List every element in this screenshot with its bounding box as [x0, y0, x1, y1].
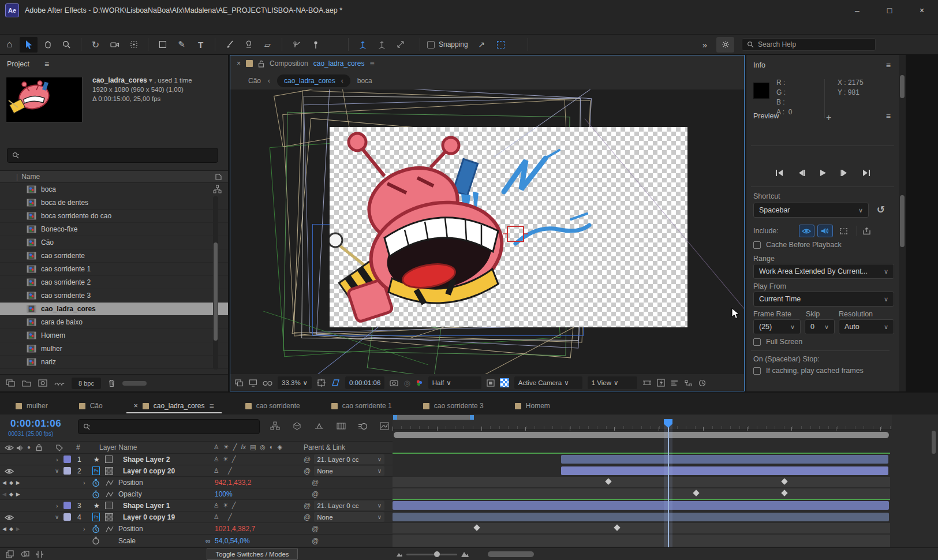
- collapse-icon[interactable]: ∨: [55, 514, 59, 520]
- layer-name[interactable]: Shape Layer 1: [123, 502, 170, 510]
- work-area-start-handle[interactable]: [393, 415, 397, 420]
- eye-column-icon[interactable]: [5, 445, 14, 451]
- trash-icon[interactable]: [108, 379, 115, 387]
- snap-arrow-icon[interactable]: ↗: [473, 37, 491, 53]
- graph-editor-icon[interactable]: [380, 422, 389, 430]
- shy-switch[interactable]: ♙: [214, 456, 219, 463]
- frame-blending-icon[interactable]: [337, 422, 346, 430]
- pickwhip-icon[interactable]: @: [312, 537, 319, 545]
- parent-dropdown[interactable]: 21. Layer 0 cc∨: [314, 454, 384, 464]
- next-keyframe-icon[interactable]: ▶: [16, 491, 20, 497]
- always-preview-icon[interactable]: [235, 379, 244, 387]
- collapse-switch[interactable]: ☀: [223, 502, 229, 509]
- timeline-horizontal-scrollbar[interactable]: [488, 551, 534, 557]
- layer-name-column-header[interactable]: Layer Name: [99, 443, 137, 451]
- share-frame-icon[interactable]: [862, 227, 871, 235]
- timeline-tab[interactable]: × Cão ≡: [63, 397, 118, 415]
- expand-icon[interactable]: ›: [56, 456, 58, 463]
- search-help-field[interactable]: Search Help: [742, 38, 876, 51]
- color-depth-icon[interactable]: [54, 380, 65, 387]
- shape-tool[interactable]: [154, 37, 171, 53]
- eye-icon[interactable]: [5, 468, 14, 475]
- property-track[interactable]: [393, 535, 890, 547]
- property-name[interactable]: Opacity: [118, 490, 142, 498]
- property-track[interactable]: [393, 488, 890, 499]
- name-column-header[interactable]: Name: [21, 173, 40, 181]
- shy-switch[interactable]: ♙: [214, 513, 219, 521]
- stopwatch-icon[interactable]: [92, 536, 100, 545]
- info-panel-menu-icon[interactable]: ≡: [886, 61, 891, 70]
- interpret-footage-icon[interactable]: [6, 379, 15, 387]
- world-axis-mode[interactable]: [373, 37, 391, 53]
- full-screen-checkbox[interactable]: [753, 338, 761, 346]
- pickwhip-icon[interactable]: @: [304, 456, 311, 464]
- 3d-renderer-icon[interactable]: [292, 421, 302, 431]
- parent-dropdown[interactable]: None∨: [314, 512, 384, 522]
- layer-bar[interactable]: [393, 513, 889, 521]
- hand-tool[interactable]: [39, 37, 57, 53]
- pen-tool[interactable]: ✎: [173, 37, 190, 53]
- project-list-item[interactable]: cara de baixo: [0, 316, 228, 329]
- if-caching-checkbox[interactable]: [753, 367, 761, 375]
- layer-name[interactable]: Layer 0 copy 19: [123, 513, 175, 521]
- zoom-in-mountain-icon[interactable]: [461, 550, 469, 558]
- property-track[interactable]: [393, 523, 890, 534]
- stopwatch-icon[interactable]: [92, 479, 100, 487]
- layer-row[interactable]: › 1 ★ Shape Layer 2 ♙☀╱ @ 21. Layer 0 cc…: [0, 454, 393, 465]
- motion-blur-column-icon[interactable]: ◎: [260, 443, 266, 451]
- clone-stamp-tool[interactable]: [240, 37, 257, 53]
- next-keyframe-icon[interactable]: ▶: [16, 526, 20, 532]
- composition-tab[interactable]: × Composition cao_ladra_cores ≡: [230, 55, 745, 72]
- previous-frame-button[interactable]: [797, 169, 805, 177]
- graph-toggle-icon[interactable]: [106, 526, 114, 532]
- transparency-grid-toggle[interactable]: [500, 378, 509, 387]
- roto-brush-tool[interactable]: [287, 37, 305, 53]
- project-list-item[interactable]: Boneco-fixe: [0, 223, 228, 236]
- channels-icon[interactable]: [416, 379, 423, 387]
- project-list-item[interactable]: cao_ladra_cores: [0, 303, 228, 316]
- project-scrollbar[interactable]: [213, 196, 218, 369]
- region-of-interest-icon[interactable]: [331, 379, 340, 387]
- project-list-item[interactable]: boca sorridente do cao: [0, 210, 228, 223]
- last-frame-button[interactable]: [862, 169, 870, 177]
- minimize-button[interactable]: –: [841, 0, 873, 20]
- layer-name[interactable]: Shape Layer 2: [123, 456, 170, 464]
- add-keyframe-icon[interactable]: ◆: [9, 480, 13, 486]
- work-area-end-handle[interactable]: [470, 415, 474, 420]
- property-value[interactable]: 1021,4,382,7: [215, 525, 255, 533]
- view-count-dropdown[interactable]: 1 View∨: [588, 376, 637, 389]
- prev-keyframe-icon[interactable]: ◀: [2, 480, 6, 486]
- show-snapshot-icon[interactable]: ◎: [403, 379, 410, 387]
- layer-row[interactable]: ∨ 2 Ps Layer 0 copy 20 ♙.╱ @ None∨: [0, 465, 393, 477]
- quality-switch[interactable]: ╱: [228, 513, 232, 521]
- project-item-name[interactable]: cao_ladra_cores: [92, 76, 147, 84]
- camera-tool[interactable]: [106, 37, 124, 53]
- project-list-item[interactable]: Homem: [0, 329, 228, 342]
- reset-exposure-icon[interactable]: [698, 379, 707, 387]
- shy-column-icon[interactable]: ♙: [214, 443, 219, 451]
- layer-label-color[interactable]: [63, 513, 71, 521]
- prev-keyframe-icon[interactable]: ◀: [2, 526, 6, 532]
- parent-dropdown[interactable]: None∨: [314, 466, 384, 476]
- expand-icon[interactable]: ›: [83, 525, 85, 532]
- home-tool[interactable]: ⌂: [1, 37, 18, 53]
- scrollbar-thumb[interactable]: [900, 75, 905, 98]
- adjustment-column-icon[interactable]: ◐: [270, 443, 274, 451]
- property-row[interactable]: ◀◆▶ › Position 942,1,433,2 @: [0, 477, 393, 488]
- project-list-item[interactable]: nariz: [0, 356, 228, 369]
- composition-tab-menu-icon[interactable]: ≡: [369, 59, 374, 68]
- expand-icon[interactable]: ›: [83, 479, 85, 486]
- next-keyframe-icon[interactable]: ▶: [16, 480, 20, 486]
- play-button[interactable]: [819, 169, 827, 177]
- draft-3d-icon[interactable]: [314, 422, 324, 430]
- toggle-switches-modes-button[interactable]: Toggle Switches / Modes: [207, 548, 298, 560]
- graph-toggle-icon[interactable]: [106, 480, 114, 486]
- puppet-pin-tool[interactable]: [307, 37, 324, 53]
- current-time-field[interactable]: 0:00:01:06: [10, 418, 61, 430]
- range-dropdown[interactable]: Work Area Extended By Current...∨: [753, 264, 894, 279]
- workspace-overflow[interactable]: »: [702, 40, 707, 50]
- project-list-item[interactable]: mulher: [0, 342, 228, 356]
- timeline-tab[interactable]: × Homem ≡: [499, 397, 566, 415]
- collapse-column-icon[interactable]: ☀: [223, 443, 229, 451]
- scrollbar-thumb[interactable]: [900, 195, 905, 247]
